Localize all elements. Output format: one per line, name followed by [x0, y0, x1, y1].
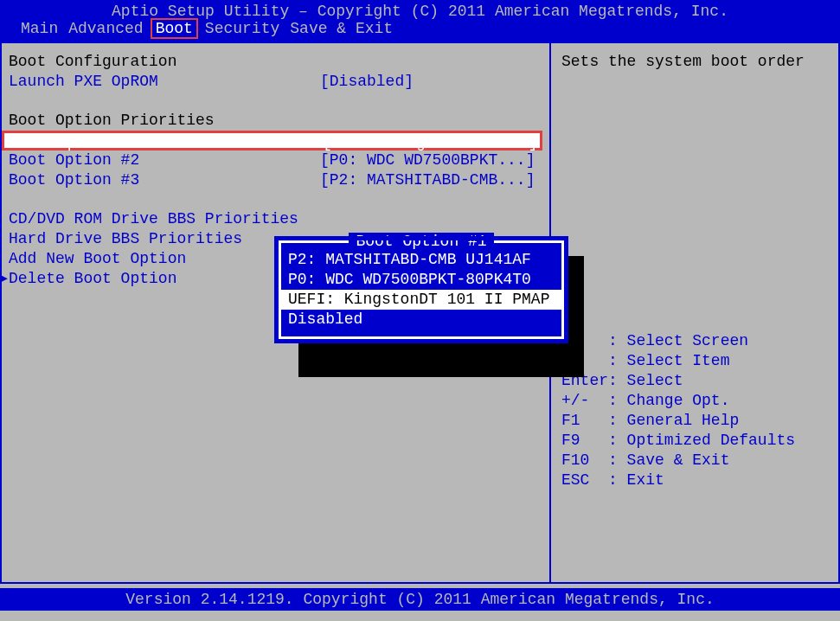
boot-option-2-label: Boot Option #2 [9, 150, 320, 170]
footer-version: Version 2.14.1219. Copyright (C) 2011 Am… [125, 591, 715, 608]
spacer [9, 190, 549, 209]
header-bar: Aptio Setup Utility – Copyright (C) 2011… [0, 0, 840, 43]
app-title: Aptio Setup Utility – Copyright (C) 2011… [9, 3, 831, 20]
key-help-plusminus: +/- : Change Opt. [561, 391, 830, 411]
boot-option-3-label: Boot Option #3 [9, 170, 320, 190]
key-help-arrows-lr: →← : Select Screen [561, 331, 830, 351]
launch-pxe-label: Launch PXE OpROM [9, 72, 320, 92]
popup-option-wdc[interactable]: P0: WDC WD7500BPKT-80PK4T0 [288, 270, 555, 290]
spacer [9, 92, 549, 111]
cdrom-bbs-priorities[interactable]: CD/DVD ROM Drive BBS Priorities [9, 209, 549, 229]
boot-option-3-value: [P2: MATSHITABD-CMB...] [320, 170, 535, 190]
boot-option-1-label: Boot Option #1 [11, 133, 323, 148]
boot-option-1-value: [UEFI: KingstonDT 1...] [323, 133, 537, 148]
menu-boot[interactable]: Boot [151, 18, 198, 39]
boot-option-3-row[interactable]: Boot Option #3 [P2: MATSHITABD-CMB...] [9, 170, 549, 190]
right-panel: Sets the system boot order →← : Select S… [551, 43, 838, 582]
boot-config-header: Boot Configuration [9, 52, 549, 72]
menu-advanced[interactable]: Advanced [65, 20, 146, 37]
menu-main[interactable]: Main [17, 20, 61, 37]
boot-option-2-value: [P0: WDC WD7500BPKT...] [320, 150, 535, 170]
key-help-f9: F9 : Optimized Defaults [561, 431, 830, 451]
key-help-enter: Enter: Select [561, 371, 830, 391]
boot-option-popup: Boot Option #1 P2: MATSHITABD-CMB UJ141A… [279, 240, 564, 339]
menu-save-exit[interactable]: Save & Exit [286, 20, 396, 37]
key-help-esc: ESC : Exit [561, 471, 830, 490]
boot-option-2-row[interactable]: Boot Option #2 [P0: WDC WD7500BPKT...] [9, 150, 549, 170]
launch-pxe-row[interactable]: Launch PXE OpROM [Disabled] [9, 72, 549, 92]
priorities-header: Boot Option Priorities [9, 111, 549, 131]
key-help-arrows-ud: ↑↓ : Select Item [561, 351, 830, 371]
popup-title: Boot Option #1 [349, 233, 493, 250]
menu-bar: Main Advanced Boot Security Save & Exit [9, 20, 831, 37]
key-help-section: →← : Select Screen ↑↓ : Select Item Ente… [561, 331, 830, 490]
key-help-f10: F10 : Save & Exit [561, 451, 830, 471]
footer-bar: Version 2.14.1219. Copyright (C) 2011 Am… [0, 588, 840, 611]
launch-pxe-value: [Disabled] [320, 72, 414, 92]
key-help-f1: F1 : General Help [561, 411, 830, 431]
popup-option-disabled[interactable]: Disabled [288, 310, 555, 330]
context-help-text: Sets the system boot order [561, 52, 830, 72]
menu-security[interactable]: Security [202, 20, 283, 37]
popup-option-matshita[interactable]: P2: MATSHITABD-CMB UJ141AF [288, 250, 555, 270]
popup-option-kingston[interactable]: UEFI: KingstonDT 101 II PMAP [281, 290, 561, 310]
boot-option-1-row[interactable]: Boot Option #1 [UEFI: KingstonDT 1...] [2, 131, 542, 150]
